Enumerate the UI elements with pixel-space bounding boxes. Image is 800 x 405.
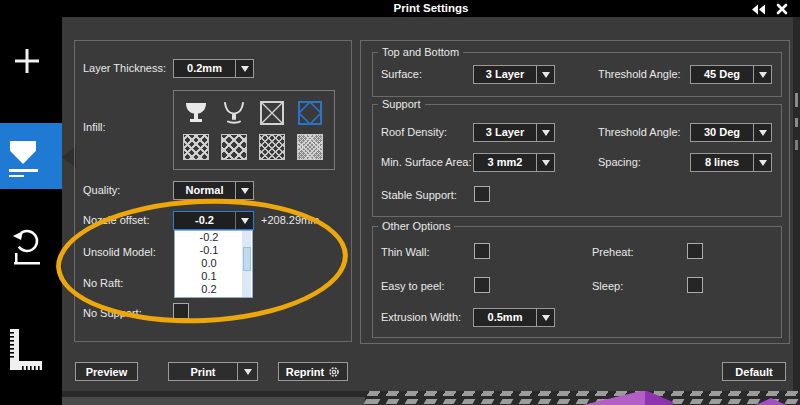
preheat-checkbox[interactable] xyxy=(687,243,703,259)
dropdown-arrow-box xyxy=(235,182,253,199)
chevron-down-icon xyxy=(759,72,767,78)
collapse-icon[interactable] xyxy=(750,4,766,15)
default-button-label: Default xyxy=(735,366,772,378)
viewport-bottom-left xyxy=(62,397,365,405)
chevron-down-icon xyxy=(241,218,249,224)
layer-thickness-dropdown[interactable]: 0.2mm xyxy=(173,59,254,78)
stable-support-checkbox[interactable] xyxy=(474,186,490,202)
infill-picker-box xyxy=(173,90,335,170)
dropdown-arrow-box xyxy=(753,124,771,141)
list-scrollbar-track[interactable] xyxy=(242,231,251,297)
plus-icon xyxy=(13,47,41,75)
dropdown-arrow-box xyxy=(235,212,253,229)
viewport-right-sliver xyxy=(793,17,800,405)
thin-wall-label: Thin Wall: xyxy=(381,246,430,258)
preview-button[interactable]: Preview xyxy=(75,362,138,381)
rotate-icon xyxy=(10,226,44,270)
sidebar-item-add[interactable] xyxy=(0,40,62,85)
sup-threshold-angle-value: 30 Deg xyxy=(691,124,753,141)
option-item[interactable]: -0.2 xyxy=(175,231,252,244)
chevron-down-icon xyxy=(542,130,550,136)
dropdown-arrow-box xyxy=(536,154,554,171)
spacing-label: Spacing: xyxy=(598,156,641,168)
sup-threshold-angle-dropdown[interactable]: 30 Deg xyxy=(690,123,772,142)
extruder-icon xyxy=(10,141,36,164)
dropdown-arrow-box xyxy=(753,66,771,83)
chevron-down-icon xyxy=(759,160,767,166)
chevron-down-icon xyxy=(241,66,249,72)
quality-dropdown[interactable]: Normal xyxy=(173,181,254,200)
reprint-button-label: Reprint xyxy=(286,366,325,378)
print-dropdown-arrow[interactable] xyxy=(237,363,257,380)
dropdown-arrow-box xyxy=(536,124,554,141)
build-plate-dashes xyxy=(359,399,800,404)
min-surface-area-dropdown[interactable]: 3 mm2 xyxy=(473,153,555,172)
close-icon[interactable] xyxy=(776,3,788,15)
chevron-down-icon xyxy=(241,188,249,194)
infill-diamond-selected-icon[interactable] xyxy=(297,100,323,126)
extruder-icon-line xyxy=(9,169,38,172)
sidebar-item-rotate[interactable] xyxy=(0,224,62,272)
default-button[interactable]: Default xyxy=(722,362,786,381)
infill-pattern-fine-icon[interactable] xyxy=(259,134,285,160)
no-raft-label: No Raft: xyxy=(83,277,123,289)
no-support-label: No Support: xyxy=(83,307,142,319)
roof-density-dropdown[interactable]: 3 Layer xyxy=(473,123,555,142)
stable-support-label: Stable Support: xyxy=(381,189,457,201)
option-item[interactable]: 0.2 xyxy=(175,283,252,296)
dialog-title-bar: Print Settings xyxy=(62,0,800,17)
nozzle-offset-dropdown[interactable]: -0.2 xyxy=(173,211,254,230)
preview-button-label: Preview xyxy=(86,366,128,378)
option-item[interactable]: -0.1 xyxy=(175,244,252,257)
layer-thickness-value: 0.2mm xyxy=(174,60,235,77)
chevron-down-icon xyxy=(759,130,767,136)
preheat-label: Preheat: xyxy=(592,246,634,258)
chevron-down-icon xyxy=(244,369,252,375)
print-button[interactable]: Print xyxy=(168,362,258,381)
nozzle-offset-option-list[interactable]: -0.2 -0.1 0.0 0.1 0.2 0.3 xyxy=(174,230,253,298)
easy-to-peel-checkbox[interactable] xyxy=(474,277,490,293)
sleep-label: Sleep: xyxy=(592,280,623,292)
spacing-dropdown[interactable]: 8 lines xyxy=(690,153,772,172)
infill-hollow-icon[interactable] xyxy=(183,100,209,126)
viewport-right-mark xyxy=(795,93,798,107)
layer-thickness-label: Layer Thickness: xyxy=(83,62,166,74)
infill-label: Infill: xyxy=(83,121,106,133)
infill-pattern-medium-icon[interactable] xyxy=(221,134,247,160)
spacing-value: 8 lines xyxy=(691,154,753,171)
infill-thin-shell-icon[interactable] xyxy=(221,100,247,126)
unsolid-model-label: Unsolid Model: xyxy=(83,246,156,258)
print-button-label: Print xyxy=(169,366,237,378)
infill-pattern-dense-icon[interactable] xyxy=(183,134,209,160)
extrusion-width-dropdown[interactable]: 0.5mm xyxy=(473,308,555,327)
option-item[interactable]: 0.0 xyxy=(175,257,252,270)
top-and-bottom-legend: Top and Bottom xyxy=(378,46,463,58)
option-item[interactable]: 0.3 xyxy=(175,296,252,298)
option-item[interactable]: 0.1 xyxy=(175,270,252,283)
list-scrollbar-thumb[interactable] xyxy=(243,247,251,271)
tb-threshold-angle-dropdown[interactable]: 45 Deg xyxy=(690,65,772,84)
infill-low-density-icon[interactable] xyxy=(259,100,285,126)
min-surface-area-value: 3 mm2 xyxy=(474,154,536,171)
surface-dropdown[interactable]: 3 Layer xyxy=(473,65,555,84)
viewport-right-mark xyxy=(795,118,798,127)
sidebar-item-print-active[interactable] xyxy=(0,123,62,189)
easy-to-peel-label: Easy to peel: xyxy=(381,280,445,292)
nozzle-offset-readout: +208.29mm xyxy=(261,214,319,226)
tb-threshold-angle-value: 45 Deg xyxy=(691,66,753,83)
reprint-button[interactable]: Reprint xyxy=(278,362,348,381)
thin-wall-checkbox[interactable] xyxy=(474,243,490,259)
min-surface-area-label: Min. Surface Area: xyxy=(381,156,472,168)
other-options-legend: Other Options xyxy=(378,220,454,232)
nozzle-offset-value: -0.2 xyxy=(174,212,235,229)
roof-density-label: Roof Density: xyxy=(381,126,447,138)
toolbar-sidebar xyxy=(0,0,62,405)
infill-pattern-solid-icon[interactable] xyxy=(297,134,323,160)
sleep-checkbox[interactable] xyxy=(687,277,703,293)
surface-label: Surface: xyxy=(381,68,422,80)
sidebar-item-scale[interactable] xyxy=(0,324,62,376)
dropdown-arrow-box xyxy=(235,60,253,77)
no-support-checkbox[interactable] xyxy=(173,303,189,319)
tb-threshold-angle-label: Threshold Angle: xyxy=(598,68,681,80)
nozzle-offset-label: Nozzle offset: xyxy=(83,214,149,226)
